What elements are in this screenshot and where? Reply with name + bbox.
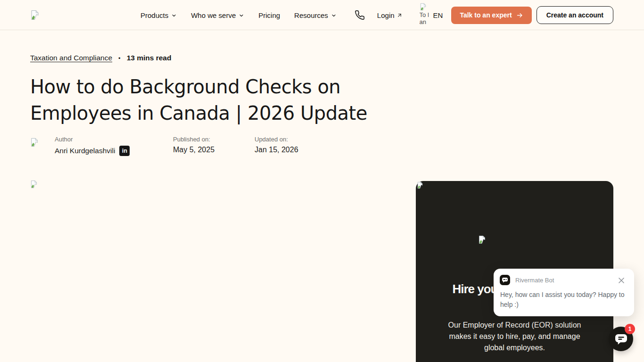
nav-item-pricing[interactable]: Pricing xyxy=(258,11,280,19)
nav-label: Pricing xyxy=(258,11,280,19)
breadcrumb-separator: • xyxy=(118,55,121,62)
linkedin-icon[interactable]: in xyxy=(119,146,130,156)
language-code: EN xyxy=(433,11,443,19)
author-avatar-broken-image-icon xyxy=(30,138,39,147)
flag-broken-image-icon xyxy=(478,235,486,245)
updated-label: Updated on: xyxy=(255,136,298,143)
nav-item-who-we-serve[interactable]: Who we serve xyxy=(191,11,244,19)
main-nav: Products Who we serve Pricing Resources xyxy=(140,0,337,30)
header-actions: Login To lan EN Talk to an expert xyxy=(355,0,613,30)
nav-label: Who we serve xyxy=(191,11,236,19)
page: Products Who we serve Pricing Resources xyxy=(0,0,644,362)
chevron-down-icon xyxy=(331,13,337,18)
top-navigation-bar: Products Who we serve Pricing Resources xyxy=(0,0,644,30)
chat-unread-badge: 1 xyxy=(625,324,635,334)
cta-body-text: Our Employer of Record (EOR) solution ma… xyxy=(441,320,588,354)
card-background-broken-image-icon xyxy=(417,181,423,189)
nav-label: Resources xyxy=(294,11,328,19)
language-flag-broken-image-icon: To lan xyxy=(420,3,432,27)
chat-bot-icon xyxy=(500,275,510,285)
login-link[interactable]: Login xyxy=(377,11,403,19)
page-title: How to do Background Checks on Employees… xyxy=(30,74,407,126)
breadcrumb: Taxation and Compliance • 13 mins read xyxy=(30,54,171,62)
talk-to-expert-label: Talk to an expert xyxy=(460,11,512,19)
create-account-button[interactable]: Create an account xyxy=(537,6,613,24)
chat-message: Hey, how can I assist you today? Happy t… xyxy=(500,290,631,310)
arrow-right-icon xyxy=(516,12,523,19)
read-time-label: 13 mins read xyxy=(127,54,172,62)
nav-item-products[interactable]: Products xyxy=(140,11,177,19)
chevron-down-icon xyxy=(171,13,177,18)
nav-item-resources[interactable]: Resources xyxy=(294,11,337,19)
author-label: Author xyxy=(55,136,130,143)
talk-to-expert-button[interactable]: Talk to an expert xyxy=(451,7,531,24)
chat-bubble-icon xyxy=(615,333,627,345)
logo-broken-image-icon[interactable] xyxy=(30,9,40,21)
author-name: Anri Kurdgelashvili xyxy=(55,147,115,155)
published-block: Published on: May 5, 2025 xyxy=(173,136,215,154)
login-label: Login xyxy=(377,11,395,19)
published-date: May 5, 2025 xyxy=(173,146,215,154)
language-alt-text: To lan xyxy=(420,11,429,25)
phone-icon[interactable] xyxy=(355,10,365,20)
updated-date: Jan 15, 2026 xyxy=(255,146,298,154)
arrow-up-right-icon xyxy=(396,12,403,18)
create-account-label: Create an account xyxy=(546,11,603,19)
chevron-down-icon xyxy=(239,13,244,18)
category-link[interactable]: Taxation and Compliance xyxy=(30,54,112,62)
language-switcher[interactable]: To lan EN xyxy=(420,3,443,27)
close-icon[interactable] xyxy=(618,277,625,284)
chat-bot-name: Rivermate Bot xyxy=(515,277,618,284)
nav-label: Products xyxy=(140,11,168,19)
chat-popup-header: Rivermate Bot xyxy=(500,275,627,285)
article-meta: Author Anri Kurdgelashvili in Published … xyxy=(30,136,360,160)
chat-popup: Rivermate Bot Hey, how can I assist you … xyxy=(494,269,634,316)
article-broken-image-icon xyxy=(30,180,38,189)
author-block: Author Anri Kurdgelashvili in xyxy=(55,136,130,156)
published-label: Published on: xyxy=(173,136,215,143)
updated-block: Updated on: Jan 15, 2026 xyxy=(255,136,298,154)
